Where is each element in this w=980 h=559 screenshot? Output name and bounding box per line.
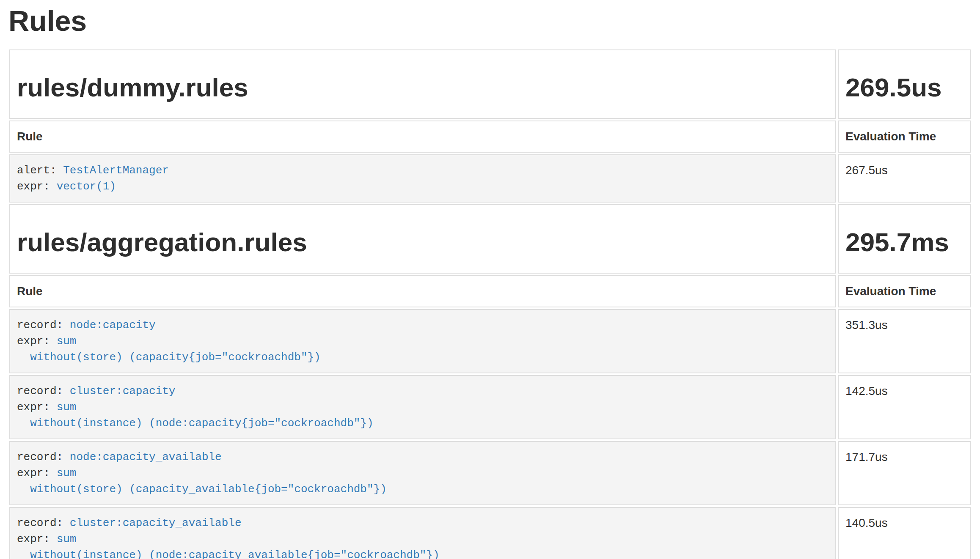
rule-name-link[interactable]: node:capacity_available — [70, 451, 222, 463]
rule-expr-link[interactable]: sum without(instance) (node:capacity{job… — [17, 401, 374, 430]
group-eval-time-cell: 295.7ms — [838, 204, 971, 274]
rule-row: record: node:capacity_availableexpr: sum… — [9, 441, 971, 505]
rule-code: record: cluster:capacity_availableexpr: … — [17, 515, 829, 559]
group-header-row: rules/dummy.rules 269.5us — [9, 49, 971, 119]
rule-expr-label: expr: — [17, 401, 57, 414]
rule-cell: record: node:capacityexpr: sum without(s… — [9, 309, 836, 373]
rule-name-link[interactable]: cluster:capacity — [70, 385, 176, 397]
rule-column-header: Rule — [9, 275, 836, 307]
rule-expr-link[interactable]: vector(1) — [57, 180, 116, 193]
rule-code: record: cluster:capacityexpr: sum withou… — [17, 383, 829, 431]
rule-type-label: record: — [17, 319, 70, 332]
rule-column-header: Rule — [9, 121, 836, 153]
eval-time-column-header: Evaluation Time — [838, 121, 971, 153]
rule-type-label: alert: — [17, 164, 63, 177]
rule-row: record: cluster:capacity_availableexpr: … — [9, 507, 971, 559]
rule-cell: record: node:capacity_availableexpr: sum… — [9, 441, 836, 505]
rule-type-label: record: — [17, 385, 70, 397]
rule-row: record: node:capacityexpr: sum without(s… — [9, 309, 971, 373]
rule-type-label: record: — [17, 517, 70, 529]
rule-cell: alert: TestAlertManagerexpr: vector(1) — [9, 154, 836, 203]
group-file-name: rules/dummy.rules — [17, 73, 829, 102]
rule-eval-time: 142.5us — [838, 375, 971, 439]
rule-expr-label: expr: — [17, 467, 57, 480]
group-eval-time: 295.7ms — [845, 228, 963, 257]
group-file-cell: rules/dummy.rules — [9, 49, 836, 119]
column-header-row: Rule Evaluation Time — [9, 121, 971, 153]
rule-cell: record: cluster:capacityexpr: sum withou… — [9, 375, 836, 439]
rule-name-link[interactable]: TestAlertManager — [63, 164, 169, 177]
rule-eval-time: 351.3us — [838, 309, 971, 373]
rules-table: rules/dummy.rules 269.5us Rule Evaluatio… — [8, 48, 972, 559]
rule-eval-time: 140.5us — [838, 507, 971, 559]
rule-name-link[interactable]: cluster:capacity_available — [70, 517, 242, 529]
rule-name-link[interactable]: node:capacity — [70, 319, 156, 332]
group-header-row: rules/aggregation.rules 295.7ms — [9, 204, 971, 274]
rule-eval-time: 171.7us — [838, 441, 971, 505]
eval-time-column-header: Evaluation Time — [838, 275, 971, 307]
group-eval-time: 269.5us — [845, 73, 963, 102]
rule-row: record: cluster:capacityexpr: sum withou… — [9, 375, 971, 439]
page-title: Rules — [8, 5, 972, 37]
group-file-cell: rules/aggregation.rules — [9, 204, 836, 274]
rule-expr-link[interactable]: sum without(instance) (node:capacity_ava… — [17, 533, 440, 559]
group-file-name: rules/aggregation.rules — [17, 228, 829, 257]
rule-code: alert: TestAlertManagerexpr: vector(1) — [17, 162, 829, 195]
rule-expr-label: expr: — [17, 180, 57, 193]
rule-expr-label: expr: — [17, 533, 57, 545]
rule-code: record: node:capacityexpr: sum without(s… — [17, 317, 829, 365]
rule-code: record: node:capacity_availableexpr: sum… — [17, 449, 829, 497]
rule-row: alert: TestAlertManagerexpr: vector(1) 2… — [9, 154, 971, 203]
group-eval-time-cell: 269.5us — [838, 49, 971, 119]
column-header-row: Rule Evaluation Time — [9, 275, 971, 307]
rule-expr-label: expr: — [17, 335, 57, 348]
rule-expr-link[interactable]: sum without(store) (capacity_available{j… — [17, 467, 387, 496]
rule-eval-time: 267.5us — [838, 154, 971, 203]
rule-expr-link[interactable]: sum without(store) (capacity{job="cockro… — [17, 335, 321, 364]
rule-type-label: record: — [17, 451, 70, 463]
rule-cell: record: cluster:capacity_availableexpr: … — [9, 507, 836, 559]
